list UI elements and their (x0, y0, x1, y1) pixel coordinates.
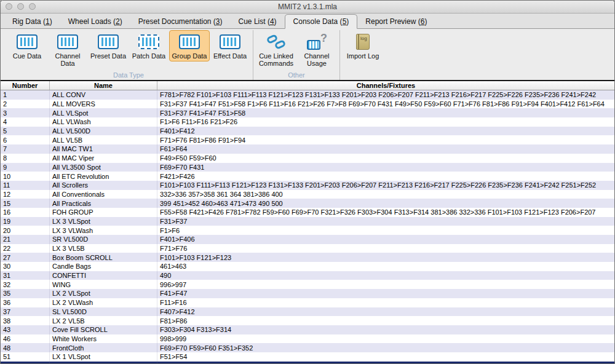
table-row[interactable]: 9All VL3500 SpotF69>F70 F431 (1, 163, 614, 172)
app-window: MMIT2 v1.3.1.mla Rig Data (1)Wheel Loads… (0, 0, 615, 364)
effect-data-label: Effect Data (213, 52, 247, 60)
cell-name: ALL VL500D (50, 127, 157, 136)
table-row[interactable]: 35LX 2 VLSpotF41>F47 (1, 289, 614, 298)
cell-name: ALL VLWash (50, 117, 157, 127)
column-header-number[interactable]: Number (1, 81, 50, 90)
cell-number: 27 (1, 253, 50, 262)
table-row[interactable]: 15All Practicals399 451>452 460>463 471>… (1, 199, 614, 208)
channel-data-icon (57, 34, 78, 49)
title-bar: MMIT2 v1.3.1.mla (1, 1, 614, 14)
cell-channels: F1>F6 F11>F16 F21>F26 (157, 117, 614, 127)
cell-channels: F303>F304 F313>F314 (157, 325, 614, 334)
group-data-label: Group Data (172, 52, 207, 60)
cell-name: SR VL500D (50, 235, 157, 244)
table-row[interactable]: 51LX 1 VLSpotF51>F54 (1, 352, 614, 362)
group-label-other: Other (256, 71, 337, 80)
cell-number: 37 (1, 307, 50, 317)
cell-channels: F71>F76 (157, 244, 614, 253)
cell-number: 16 (1, 208, 50, 217)
column-header-name[interactable]: Name (50, 81, 157, 90)
zoom-button[interactable] (29, 3, 36, 10)
table-row[interactable]: 5ALL VL500DF401>F412 (1, 127, 614, 136)
cell-number: 21 (1, 235, 50, 244)
tab-preset-documentation[interactable]: Preset Documentation (3) (130, 15, 231, 28)
cell-name: White Workers (50, 334, 157, 344)
cell-channels: 461>463 (157, 262, 614, 271)
tab-wheel-loads[interactable]: Wheel Loads (2) (60, 15, 130, 28)
cell-name: ALL CONV (50, 90, 157, 100)
table-row[interactable]: 31CONFETTI490 (1, 271, 614, 280)
table-row[interactable]: 36LX 2 VLWashF11>F16 (1, 298, 614, 307)
table-row[interactable]: 20LX 3 VLWashF1>F6 (1, 226, 614, 235)
cell-channels: 332>336 357>358 361 364 381>386 400 (157, 190, 614, 199)
cell-name: All ETC Revolution (50, 172, 157, 181)
cell-number: 43 (1, 325, 50, 334)
table-row[interactable]: 30Candle Bags461>463 (1, 262, 614, 271)
table-row[interactable]: 38LX 2 VL5BF81>F86 (1, 316, 614, 325)
cell-number: 22 (1, 244, 50, 253)
minimize-button[interactable] (17, 3, 24, 10)
table-row[interactable]: 10All ETC RevolutionF421>F426 (1, 172, 614, 181)
table-row[interactable]: 8All MAC ViperF49>F50 F59>F60 (1, 154, 614, 163)
table-row[interactable]: 12All Conventionals332>336 357>358 361 3… (1, 190, 614, 199)
table-row[interactable]: 52LX 1 VLWashF21>F26 (1, 362, 614, 364)
cell-name: LX 2 VL5B (50, 316, 157, 325)
table-row[interactable]: 7All MAC TW1F61>F64 (1, 144, 614, 154)
cell-name: WING (50, 280, 157, 289)
tab-cue-list[interactable]: Cue List (4) (231, 15, 285, 28)
table-row[interactable]: 1ALL CONVF781>F782 F101>F103 F111>F113 F… (1, 90, 614, 100)
cell-channels: F21>F26 (157, 362, 614, 364)
table-row[interactable]: 48FrontClothF69>F70 F59>F60 F351>F352 (1, 343, 614, 352)
column-header-channels-fixtures[interactable]: Channels/Fixtures (157, 81, 614, 90)
table-row[interactable]: 43Cove Fill SCROLLF303>F304 F313>F314 (1, 325, 614, 334)
table-row[interactable]: 16FOH GROUPF55>F58 F421>F426 F781>F782 F… (1, 208, 614, 217)
tab-console-data[interactable]: Console Data (5) (285, 14, 358, 29)
table-row[interactable]: 22LX 3 VL5BF71>F76 (1, 244, 614, 253)
table-row[interactable]: 11All ScrollersF101>F103 F111>F113 F121>… (1, 181, 614, 190)
cell-channels: F81>F86 (157, 316, 614, 325)
cell-name: FOH GROUP (50, 208, 157, 217)
cell-name: LX 2 VLSpot (50, 289, 157, 298)
patch-data-button[interactable]: Patch Data (129, 30, 169, 61)
cell-channels: F31>F37 (157, 217, 614, 226)
cell-name: All Practicals (50, 199, 157, 208)
table-row[interactable]: 2ALL MOVERSF31>F37 F41>F47 F51>F58 F1>F6… (1, 100, 614, 109)
other-buttons: Cue Linked Commands Channel Usage (256, 30, 337, 71)
toolbar: Cue Data Channel Data Preset Data Patch … (1, 29, 614, 80)
close-button[interactable] (6, 3, 12, 10)
cell-channels: F101>F103 F111>F113 F121>F123 F131>F133 … (157, 181, 614, 190)
effect-data-button[interactable]: Effect Data (210, 30, 250, 61)
cue-linked-commands-button[interactable]: Cue Linked Commands (256, 30, 296, 69)
import-log-label: Import Log (347, 52, 379, 60)
cue-data-button[interactable]: Cue Data (7, 30, 47, 61)
table-row[interactable]: 27Box Boom SCROLLF101>F103 F121>F123 (1, 253, 614, 262)
table-row[interactable]: 4ALL VLWashF1>F6 F11>F16 F21>F26 (1, 117, 614, 127)
import-log-button[interactable]: log Import Log (343, 30, 383, 61)
channel-usage-button[interactable]: Channel Usage (296, 30, 337, 69)
preset-data-button[interactable]: Preset Data (88, 30, 129, 61)
table-row[interactable]: 21SR VL500DF401>F406 (1, 235, 614, 244)
tab-report-preview[interactable]: Report Preview (6) (357, 15, 435, 28)
table-row[interactable]: 3ALL VLSpotF31>F37 F41>F47 F51>F58 (1, 108, 614, 117)
cell-channels: F1>F6 (157, 226, 614, 235)
question-mark-icon (306, 34, 327, 50)
cell-number: 11 (1, 181, 50, 190)
channel-data-button[interactable]: Channel Data (47, 30, 88, 69)
channel-data-label: Channel Data (49, 52, 86, 67)
cell-channels: F11>F16 (157, 298, 614, 307)
tab-rig-data[interactable]: Rig Data (1) (4, 15, 60, 28)
cell-channels: F101>F103 F121>F123 (157, 253, 614, 262)
table-row[interactable]: 19LX 3 VLSpotF31>F37 (1, 217, 614, 226)
group-data-button[interactable]: Group Data (169, 30, 210, 61)
cell-number: 5 (1, 127, 50, 136)
cell-number: 19 (1, 217, 50, 226)
table-row[interactable]: 37SL VL500DF407>F412 (1, 307, 614, 317)
channel-usage-label: Channel Usage (298, 52, 335, 67)
cell-name: LX 1 VLWash (50, 362, 157, 364)
cell-number: 31 (1, 271, 50, 280)
patch-data-icon (138, 34, 159, 49)
cell-name: All VL3500 Spot (50, 163, 157, 172)
table-row[interactable]: 46White Workers998>999 (1, 334, 614, 344)
table-row[interactable]: 6ALL VL5BF71>F76 F81>F86 F91>F94 (1, 135, 614, 144)
table-row[interactable]: 32WING996>997 (1, 280, 614, 289)
